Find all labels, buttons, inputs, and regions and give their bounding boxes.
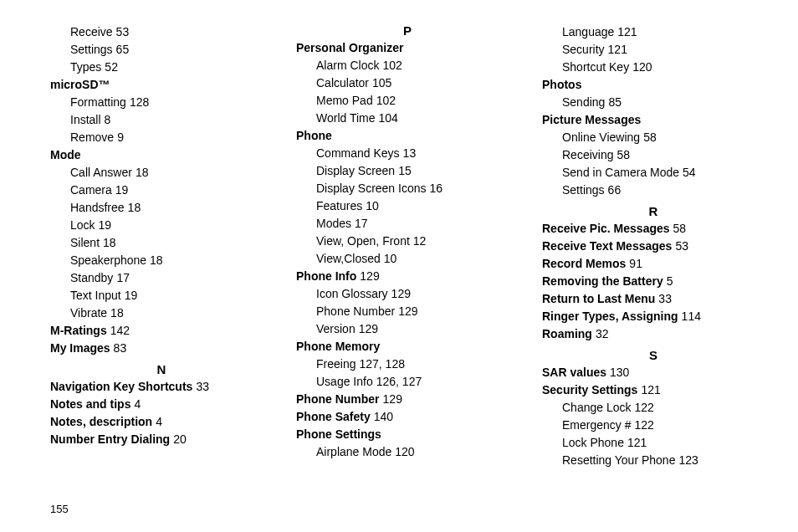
index-subentry: Resetting Your Phone123 [542,452,765,469]
index-topic-mode: Mode [50,146,273,164]
index-topic-phone-memory: Phone Memory [296,338,519,356]
entry-label: Modes [316,217,351,230]
entry-page: 129 [391,287,411,300]
entry-label: Security Settings [542,383,637,396]
entry-label: Phone Safety [296,410,371,423]
entry-label: My Images [50,341,110,355]
entry-label: Settings [562,183,605,197]
entry-label: Call Answer [70,166,132,179]
entry-page: 18 [110,306,124,320]
entry-page: 142 [110,324,130,337]
entry-page: 102 [382,59,402,72]
entry-label: Sending [562,95,605,109]
entry-page: 85 [608,95,622,109]
entry-label: Return to Last Menu [542,292,655,305]
entry-label: Freeing [316,357,356,371]
entry-page: 18 [128,201,141,214]
index-topic-personal-organizer: Personal Organizer [296,39,519,57]
index-topic-security-settings: Security Settings121 [542,381,765,399]
index-subentry: Sending85 [542,94,765,111]
entry-page: 8 [105,113,111,126]
entry-label: View, Open, Front [316,234,410,248]
entry-label: Resetting Your Phone [562,453,675,467]
index-topic-picture-messages: Picture Messages [542,111,765,129]
index-subentry: Phone Number129 [296,303,519,320]
index-subentry: Settings66 [542,182,765,199]
index-topic-mratings: M-Ratings142 [50,322,273,340]
entry-label: Phone Number [296,392,380,406]
entry-page: 19 [125,289,138,302]
entry-page: 10 [384,252,397,265]
entry-label: Settings [70,43,113,56]
index-topic: Receive Text Messages53 [542,238,765,255]
index-topic: Notes, description4 [50,413,273,431]
entry-label: Speakerphone [70,253,146,267]
entry-label: Display Screen [316,164,395,177]
entry-label: Receive [70,25,113,38]
index-subentry: Command Keys13 [296,145,519,162]
entry-page: 123 [678,453,698,467]
entry-label: Notes, description [50,415,152,428]
entry-label: Airplane Mode [316,445,391,458]
entry-page: 130 [610,366,629,379]
entry-page: 12 [413,234,427,248]
index-subentry: Calculator105 [296,74,519,92]
index-subentry: Language121 [542,23,765,41]
entry-page: 15 [398,164,412,177]
index-subentry: Install8 [50,111,273,129]
entry-label: Text Input [70,289,121,302]
entry-page: 127 [359,357,378,371]
entry-page: 32 [596,327,609,340]
entry-label: World Time [316,111,376,125]
entry-label: Lock [70,218,95,232]
entry-label: Usage Info [316,375,373,388]
index-subentry: Airplane Mode120 [296,443,519,461]
entry-label: Emergency # [562,418,631,432]
index-subentry: View, Open, Front12 [296,233,519,250]
index-subentry: Display Screen Icons16 [296,180,519,197]
entry-label: Display Screen Icons [316,182,427,195]
index-topic: Phone Number129 [296,391,519,408]
entry-label: Camera [70,183,112,197]
index-topic: Ringer Types, Assigning114 [542,308,765,325]
entry-page: 9 [117,130,124,144]
index-subentry: Lock19 [50,217,273,234]
entry-page: 58 [643,130,657,144]
entry-page: 5 [667,274,673,288]
index-topic: Number Entry Dialing20 [50,431,273,448]
entry-page: 128 [130,95,149,109]
entry-label: Features [316,199,362,212]
entry-label: Notes and tips [50,397,130,411]
entry-label: Silent [70,236,100,249]
entry-page: 129 [383,392,402,406]
index-topic: Roaming32 [542,325,765,343]
index-subentry: Change Lock122 [542,399,765,417]
section-heading-s: S [542,348,765,362]
index-subentry: Send in Camera Mode54 [542,164,765,182]
entry-page: 140 [374,410,393,423]
entry-page: 4 [156,415,162,428]
entry-page: 121 [608,43,627,56]
index-subentry: World Time104 [296,110,519,127]
entry-page: 17 [355,217,368,230]
entry-page: 53 [675,239,688,253]
entry-page: 122 [635,401,654,414]
entry-page: 102 [376,94,396,107]
index-subentry: Standby17 [50,269,273,287]
entry-label: Formatting [70,95,126,109]
index-topic: Return to Last Menu33 [542,290,765,308]
index-subentry: Lock Phone121 [542,434,765,452]
entry-page: 16 [430,182,443,195]
index-subentry: Receive53 [50,23,273,41]
entry-label: Vibrate [70,306,107,320]
entry-page: 19 [115,183,129,197]
entry-label: Lock Phone [562,436,624,449]
entry-label: Receive Text Messages [542,239,672,253]
entry-label: Memo Pad [316,94,373,107]
index-topic-photos: Photos [542,76,765,94]
index-columns: Receive53 Settings65 Types52 microSD™ Fo… [50,23,765,492]
index-topic: Removing the Battery5 [542,273,765,290]
entry-label: M-Ratings [50,324,107,337]
entry-page: 121 [617,25,637,38]
index-subentry: Security121 [542,41,765,59]
